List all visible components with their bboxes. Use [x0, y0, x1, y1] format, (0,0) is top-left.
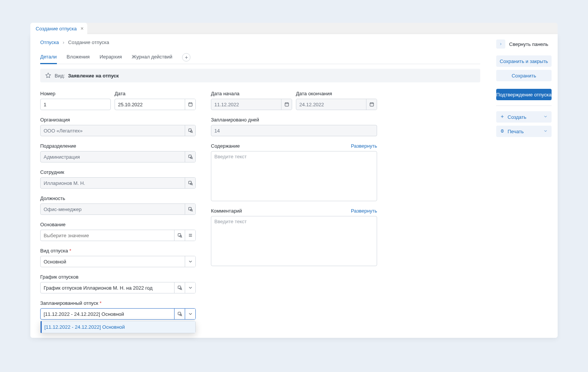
expand-content-link[interactable]: Развернуть: [351, 143, 377, 149]
content-label: Содержание: [211, 143, 240, 149]
add-tab-button[interactable]: +: [182, 53, 190, 61]
svg-rect-3: [189, 155, 191, 158]
collapse-panel-button[interactable]: Свернуть панель: [496, 39, 552, 49]
chevron-down-icon[interactable]: [185, 256, 195, 267]
svg-rect-16: [370, 103, 373, 106]
vac-type-label: Вид отпуска: [40, 248, 196, 254]
divider: [496, 106, 552, 106]
reason-input[interactable]: [41, 230, 174, 241]
svg-rect-5: [189, 181, 191, 184]
schedule-label: График отпусков: [40, 274, 196, 280]
comment-label: Комментарий: [211, 208, 242, 214]
reason-label: Основание: [40, 222, 196, 227]
star-icon[interactable]: [45, 72, 52, 79]
lookup-icon[interactable]: [185, 151, 195, 162]
collapse-panel-label: Свернуть панель: [509, 41, 548, 47]
create-label: Создать: [508, 114, 526, 120]
lookup-icon[interactable]: [174, 282, 185, 293]
end-input: [296, 99, 366, 110]
window-tab-title: Создание отпуска: [36, 26, 77, 32]
planned-input[interactable]: [41, 309, 174, 319]
breadcrumb-current: Создание отпуска: [68, 39, 109, 45]
dept-label: Подразделение: [40, 143, 196, 149]
schedule-input[interactable]: [41, 282, 174, 293]
svg-rect-1: [189, 129, 191, 131]
svg-rect-13: [178, 312, 181, 315]
lookup-icon[interactable]: [185, 178, 195, 188]
content-placeholder: Введите текст: [214, 154, 247, 159]
chevron-right-icon: ›: [63, 39, 64, 45]
lookup-icon[interactable]: [174, 230, 185, 241]
start-label: Дата начала: [211, 91, 292, 96]
number-input[interactable]: [41, 99, 110, 110]
org-input: [41, 125, 185, 136]
tab-hierarchy[interactable]: Иерархия: [99, 50, 122, 64]
svg-rect-0: [189, 103, 192, 106]
days-input: [211, 125, 377, 136]
employee-input: [41, 178, 185, 188]
chevron-down-icon: [543, 129, 548, 134]
kind-value: Заявление на отпуск: [68, 73, 119, 79]
side-panel: Свернуть панель Сохранить и закрыть Сохр…: [490, 39, 558, 326]
nav-tabs: Детали Вложения Иерархия Журнал действий…: [40, 50, 480, 64]
chevron-down-icon[interactable]: [185, 309, 195, 319]
plus-icon: [500, 114, 505, 120]
window-tab[interactable]: Создание отпуска ×: [30, 23, 87, 34]
svg-rect-17: [501, 130, 503, 132]
position-input: [41, 204, 185, 214]
svg-rect-9: [178, 233, 181, 236]
tab-action-log[interactable]: Журнал действий: [132, 50, 172, 64]
create-menu-button[interactable]: Создать: [496, 111, 552, 123]
dropdown-option[interactable]: [11.12.2022 - 24.12.2022] Основной: [41, 321, 195, 333]
expand-comment-link[interactable]: Развернуть: [351, 208, 377, 214]
calendar-icon[interactable]: [281, 99, 292, 110]
print-label: Печать: [508, 129, 524, 134]
print-menu-button[interactable]: Печать: [496, 126, 552, 137]
kind-bar: Вид: Заявление на отпуск: [40, 69, 480, 82]
calendar-icon[interactable]: [185, 99, 195, 110]
calendar-icon[interactable]: [366, 99, 377, 110]
chevron-down-icon[interactable]: [185, 282, 195, 293]
lookup-icon[interactable]: [185, 204, 195, 214]
planned-dropdown: [11.12.2022 - 24.12.2022] Основной: [40, 321, 196, 333]
planned-label: Запланированный отпуск: [40, 300, 196, 306]
employee-label: Сотрудник: [40, 169, 196, 175]
tab-attachments[interactable]: Вложения: [67, 50, 90, 64]
comment-textarea[interactable]: Введите текст: [211, 216, 377, 266]
save-button[interactable]: Сохранить: [496, 70, 552, 81]
breadcrumb: Отпуска › Создание отпуска: [40, 39, 480, 50]
left-column: Номер Дата: [40, 91, 196, 326]
save-and-close-button[interactable]: Сохранить и закрыть: [496, 55, 552, 67]
date-label: Дата: [115, 91, 196, 96]
date-input[interactable]: [115, 99, 185, 110]
number-label: Номер: [40, 91, 111, 96]
start-input: [211, 99, 281, 110]
printer-icon: [500, 129, 505, 134]
chevron-down-icon: [543, 114, 548, 120]
days-label: Запланировано дней: [211, 117, 377, 123]
position-label: Должность: [40, 195, 196, 201]
svg-rect-7: [189, 207, 191, 210]
kind-label: Вид:: [55, 73, 65, 79]
breadcrumb-root-link[interactable]: Отпуска: [40, 39, 59, 45]
lookup-icon[interactable]: [185, 125, 195, 136]
confirm-vacation-button[interactable]: Подтверждение отпуска: [496, 89, 552, 100]
dept-input: [41, 151, 185, 162]
window-tab-bar: Создание отпуска ×: [30, 23, 558, 34]
list-icon[interactable]: [185, 230, 195, 241]
tab-details[interactable]: Детали: [40, 50, 57, 64]
comment-placeholder: Введите текст: [214, 219, 247, 224]
close-icon[interactable]: ×: [80, 26, 83, 31]
vac-type-input[interactable]: [41, 256, 185, 267]
end-label: Дата окончания: [296, 91, 377, 96]
svg-rect-15: [285, 103, 288, 106]
org-label: Организация: [40, 117, 196, 123]
right-column: Дата начала Дата окончания: [211, 91, 377, 326]
chevron-right-icon: [496, 39, 505, 49]
lookup-icon[interactable]: [174, 309, 185, 319]
svg-rect-11: [178, 286, 181, 288]
content-textarea[interactable]: Введите текст: [211, 151, 377, 201]
